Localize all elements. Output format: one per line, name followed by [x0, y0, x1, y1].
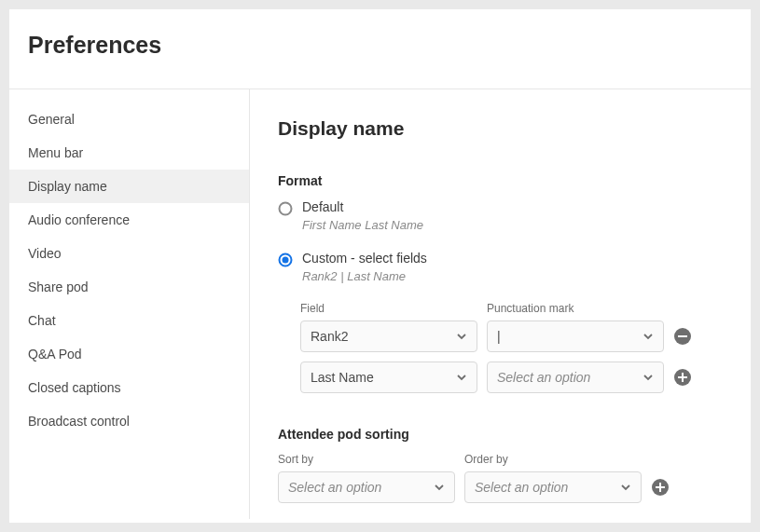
field-select-0[interactable]: Rank2	[300, 321, 477, 352]
content-heading: Display name	[278, 117, 723, 140]
order-by-label: Order by	[464, 453, 642, 466]
sorting-label: Attendee pod sorting	[278, 427, 723, 442]
radio-checked-icon	[278, 252, 293, 267]
sort-row: Sort by Select an option Order by Select…	[278, 453, 723, 503]
radio-default-label: Default	[302, 199, 423, 214]
chevron-down-icon	[643, 331, 654, 342]
sidebar-item-share-pod[interactable]: Share pod	[9, 270, 249, 304]
radio-custom-label: Custom - select fields	[302, 251, 427, 266]
svg-rect-4	[678, 335, 687, 337]
sidebar-item-video[interactable]: Video	[9, 237, 249, 270]
chevron-down-icon	[434, 482, 445, 493]
svg-rect-10	[659, 483, 661, 492]
remove-row-button[interactable]	[673, 327, 692, 346]
sort-by-value: Select an option	[288, 480, 381, 495]
format-label: Format	[278, 173, 723, 188]
field-select-0-value: Rank2	[311, 329, 348, 344]
add-row-button[interactable]	[673, 368, 692, 387]
page-title: Preferences	[28, 32, 732, 59]
preferences-panel: Preferences General Menu bar Display nam…	[9, 9, 751, 523]
radio-unchecked-icon	[278, 201, 293, 216]
svg-point-2	[283, 257, 289, 264]
sort-by-col: Sort by Select an option	[278, 453, 455, 503]
field-select-1[interactable]: Last Name	[300, 361, 477, 393]
field-row-header: Field Punctuation mark	[300, 302, 723, 315]
radio-default[interactable]: Default First Name Last Name	[278, 199, 723, 232]
chevron-down-icon	[620, 482, 631, 493]
field-select-1-value: Last Name	[311, 370, 374, 385]
field-row-1: Last Name Select an option	[300, 361, 723, 393]
col-label-field: Field	[300, 302, 477, 315]
body: General Menu bar Display name Audio conf…	[9, 89, 751, 519]
chevron-down-icon	[456, 331, 467, 342]
radio-default-sub: First Name Last Name	[302, 218, 423, 232]
order-by-select[interactable]: Select an option	[464, 471, 642, 503]
add-sort-button[interactable]	[651, 478, 670, 497]
chevron-down-icon	[456, 372, 467, 383]
punct-select-1[interactable]: Select an option	[487, 361, 664, 393]
chevron-down-icon	[643, 372, 654, 383]
order-by-value: Select an option	[475, 480, 568, 495]
sidebar-item-chat[interactable]: Chat	[9, 304, 249, 337]
sidebar-item-menu-bar[interactable]: Menu bar	[9, 136, 249, 170]
sidebar: General Menu bar Display name Audio conf…	[9, 89, 250, 519]
content: Display name Format Default First Name L…	[250, 89, 751, 519]
sidebar-item-qa-pod[interactable]: Q&A Pod	[9, 337, 249, 371]
title-row: Preferences	[9, 9, 751, 72]
sort-by-label: Sort by	[278, 453, 455, 466]
sidebar-item-broadcast-control[interactable]: Broadcast control	[9, 404, 249, 438]
sidebar-item-general[interactable]: General	[9, 102, 249, 136]
sidebar-item-closed-captions[interactable]: Closed captions	[9, 371, 249, 404]
field-row-0: Rank2 |	[300, 321, 723, 352]
radio-custom-text: Custom - select fields Rank2 | Last Name	[302, 251, 427, 283]
radio-custom[interactable]: Custom - select fields Rank2 | Last Name	[278, 251, 723, 283]
sorting-section: Attendee pod sorting Sort by Select an o…	[278, 427, 723, 503]
radio-default-text: Default First Name Last Name	[302, 199, 423, 232]
order-by-col: Order by Select an option	[464, 453, 642, 503]
radio-custom-sub: Rank2 | Last Name	[302, 269, 427, 283]
sidebar-item-display-name[interactable]: Display name	[9, 170, 249, 203]
svg-point-0	[280, 203, 292, 215]
sidebar-item-audio-conference[interactable]: Audio conference	[9, 203, 249, 237]
punct-select-1-value: Select an option	[497, 370, 590, 385]
sort-by-select[interactable]: Select an option	[278, 471, 455, 503]
punct-select-0-value: |	[497, 329, 501, 344]
col-label-punct: Punctuation mark	[487, 302, 664, 315]
punct-select-0[interactable]: |	[487, 321, 664, 352]
svg-rect-7	[682, 373, 684, 382]
